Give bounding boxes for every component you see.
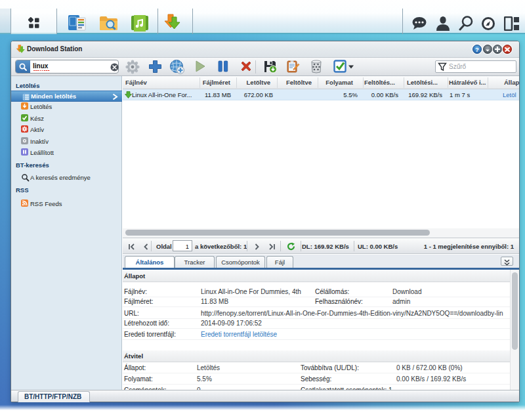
svg-text:?: ? [475,46,479,53]
